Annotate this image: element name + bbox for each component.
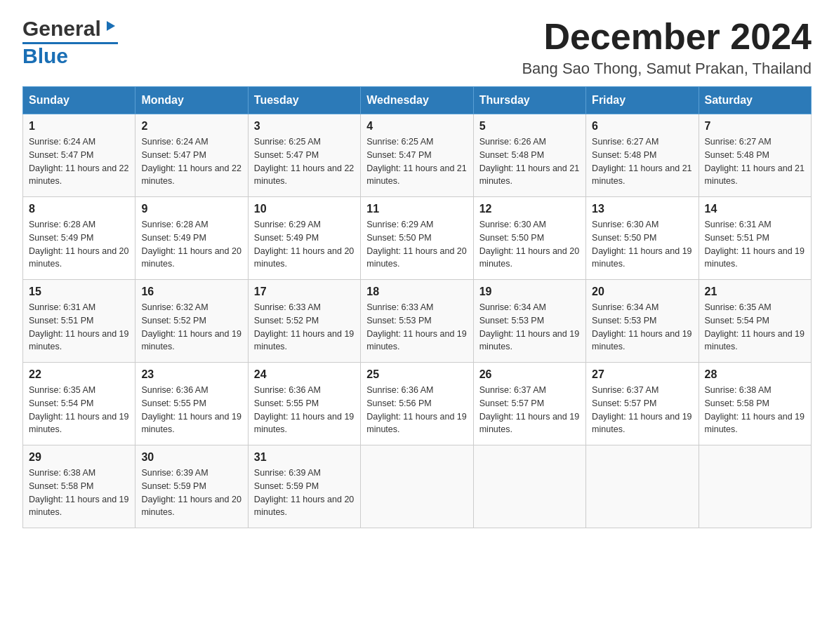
calendar-day-cell: 23 Sunrise: 6:36 AM Sunset: 5:55 PM Dayl…	[135, 363, 248, 445]
logo-blue-text: Blue	[22, 44, 68, 67]
day-info: Sunrise: 6:24 AM Sunset: 5:47 PM Dayligh…	[141, 135, 241, 188]
day-number: 18	[366, 286, 467, 298]
calendar-day-cell: 16 Sunrise: 6:32 AM Sunset: 5:52 PM Dayl…	[135, 280, 248, 363]
day-info: Sunrise: 6:36 AM Sunset: 5:56 PM Dayligh…	[366, 384, 467, 436]
day-info: Sunrise: 6:26 AM Sunset: 5:48 PM Dayligh…	[479, 135, 580, 188]
calendar-day-cell: 17 Sunrise: 6:33 AM Sunset: 5:52 PM Dayl…	[248, 280, 360, 363]
calendar-week-row: 22 Sunrise: 6:35 AM Sunset: 5:54 PM Dayl…	[23, 363, 812, 445]
day-number: 31	[254, 451, 355, 464]
day-number: 24	[254, 368, 355, 381]
day-number: 15	[29, 286, 129, 298]
day-info: Sunrise: 6:27 AM Sunset: 5:48 PM Dayligh…	[592, 135, 692, 188]
day-number: 22	[29, 368, 129, 381]
location-subtitle: Bang Sao Thong, Samut Prakan, Thailand	[522, 60, 812, 78]
day-info: Sunrise: 6:28 AM Sunset: 5:49 PM Dayligh…	[141, 218, 241, 271]
calendar-day-cell: 18 Sunrise: 6:33 AM Sunset: 5:53 PM Dayl…	[361, 280, 473, 363]
calendar-day-cell: 21 Sunrise: 6:35 AM Sunset: 5:54 PM Dayl…	[699, 280, 811, 363]
calendar-day-cell: 22 Sunrise: 6:35 AM Sunset: 5:54 PM Dayl…	[23, 363, 135, 445]
calendar-day-cell: 25 Sunrise: 6:36 AM Sunset: 5:56 PM Dayl…	[361, 363, 473, 445]
calendar-day-cell: 3 Sunrise: 6:25 AM Sunset: 5:47 PM Dayli…	[248, 114, 360, 197]
calendar-day-cell: 28 Sunrise: 6:38 AM Sunset: 5:58 PM Dayl…	[699, 363, 811, 445]
logo: General Blue	[22, 17, 118, 68]
day-info: Sunrise: 6:36 AM Sunset: 5:55 PM Dayligh…	[141, 384, 241, 436]
calendar-day-cell: 30 Sunrise: 6:39 AM Sunset: 5:59 PM Dayl…	[135, 445, 248, 528]
weekday-header-saturday: Saturday	[699, 87, 811, 114]
day-number: 25	[366, 368, 467, 381]
day-info: Sunrise: 6:37 AM Sunset: 5:57 PM Dayligh…	[592, 384, 692, 436]
weekday-header-monday: Monday	[135, 87, 248, 114]
calendar-day-cell: 1 Sunrise: 6:24 AM Sunset: 5:47 PM Dayli…	[23, 114, 135, 197]
title-area: December 2024 Bang Sao Thong, Samut Prak…	[522, 17, 812, 78]
calendar-day-cell: 9 Sunrise: 6:28 AM Sunset: 5:49 PM Dayli…	[135, 197, 248, 280]
day-number: 14	[705, 203, 805, 215]
page-header: General Blue December 2024 Bang Sao Thon…	[22, 17, 812, 78]
calendar-day-cell: 19 Sunrise: 6:34 AM Sunset: 5:53 PM Dayl…	[473, 280, 585, 363]
day-number: 13	[592, 203, 692, 215]
weekday-header-wednesday: Wednesday	[361, 87, 473, 114]
logo-arrow-icon	[102, 18, 118, 36]
calendar-week-row: 8 Sunrise: 6:28 AM Sunset: 5:49 PM Dayli…	[23, 197, 812, 280]
day-number: 7	[705, 120, 805, 133]
calendar-day-cell: 12 Sunrise: 6:30 AM Sunset: 5:50 PM Dayl…	[473, 197, 585, 280]
day-number: 9	[141, 203, 241, 215]
svg-marker-0	[107, 21, 115, 31]
weekday-header-thursday: Thursday	[473, 87, 585, 114]
day-number: 23	[141, 368, 241, 381]
day-info: Sunrise: 6:38 AM Sunset: 5:58 PM Dayligh…	[29, 467, 129, 519]
day-number: 4	[366, 120, 467, 133]
calendar-day-cell	[473, 445, 585, 528]
day-number: 27	[592, 368, 692, 381]
day-info: Sunrise: 6:33 AM Sunset: 5:52 PM Dayligh…	[254, 301, 355, 354]
day-info: Sunrise: 6:34 AM Sunset: 5:53 PM Dayligh…	[479, 301, 580, 354]
day-info: Sunrise: 6:25 AM Sunset: 5:47 PM Dayligh…	[366, 135, 467, 188]
day-number: 8	[29, 203, 129, 215]
day-number: 10	[254, 203, 355, 215]
day-number: 17	[254, 286, 355, 298]
day-number: 16	[141, 286, 241, 298]
day-number: 21	[705, 286, 805, 298]
calendar-day-cell: 26 Sunrise: 6:37 AM Sunset: 5:57 PM Dayl…	[473, 363, 585, 445]
calendar-day-cell: 11 Sunrise: 6:29 AM Sunset: 5:50 PM Dayl…	[361, 197, 473, 280]
day-number: 5	[479, 120, 580, 133]
day-info: Sunrise: 6:35 AM Sunset: 5:54 PM Dayligh…	[29, 384, 129, 436]
calendar-day-cell	[586, 445, 699, 528]
day-info: Sunrise: 6:36 AM Sunset: 5:55 PM Dayligh…	[254, 384, 355, 436]
day-info: Sunrise: 6:31 AM Sunset: 5:51 PM Dayligh…	[705, 218, 805, 271]
day-info: Sunrise: 6:30 AM Sunset: 5:50 PM Dayligh…	[592, 218, 692, 271]
day-info: Sunrise: 6:29 AM Sunset: 5:49 PM Dayligh…	[254, 218, 355, 271]
calendar-day-cell: 2 Sunrise: 6:24 AM Sunset: 5:47 PM Dayli…	[135, 114, 248, 197]
day-info: Sunrise: 6:33 AM Sunset: 5:53 PM Dayligh…	[366, 301, 467, 354]
calendar-day-cell: 29 Sunrise: 6:38 AM Sunset: 5:58 PM Dayl…	[23, 445, 135, 528]
day-number: 11	[366, 203, 467, 215]
calendar-day-cell: 8 Sunrise: 6:28 AM Sunset: 5:49 PM Dayli…	[23, 197, 135, 280]
day-number: 30	[141, 451, 241, 464]
day-info: Sunrise: 6:34 AM Sunset: 5:53 PM Dayligh…	[592, 301, 692, 354]
weekday-header-sunday: Sunday	[23, 87, 135, 114]
day-info: Sunrise: 6:27 AM Sunset: 5:48 PM Dayligh…	[705, 135, 805, 188]
calendar-table: SundayMondayTuesdayWednesdayThursdayFrid…	[22, 86, 812, 528]
calendar-day-cell: 13 Sunrise: 6:30 AM Sunset: 5:50 PM Dayl…	[586, 197, 699, 280]
day-info: Sunrise: 6:38 AM Sunset: 5:58 PM Dayligh…	[705, 384, 805, 436]
calendar-week-row: 15 Sunrise: 6:31 AM Sunset: 5:51 PM Dayl…	[23, 280, 812, 363]
day-number: 26	[479, 368, 580, 381]
day-info: Sunrise: 6:25 AM Sunset: 5:47 PM Dayligh…	[254, 135, 355, 188]
day-info: Sunrise: 6:30 AM Sunset: 5:50 PM Dayligh…	[479, 218, 580, 271]
calendar-day-cell: 14 Sunrise: 6:31 AM Sunset: 5:51 PM Dayl…	[699, 197, 811, 280]
day-info: Sunrise: 6:28 AM Sunset: 5:49 PM Dayligh…	[29, 218, 129, 271]
calendar-day-cell: 7 Sunrise: 6:27 AM Sunset: 5:48 PM Dayli…	[699, 114, 811, 197]
day-number: 2	[141, 120, 241, 133]
calendar-day-cell: 31 Sunrise: 6:39 AM Sunset: 5:59 PM Dayl…	[248, 445, 360, 528]
day-number: 6	[592, 120, 692, 133]
day-number: 19	[479, 286, 580, 298]
weekday-header-tuesday: Tuesday	[248, 87, 360, 114]
logo-general-text: General	[22, 17, 101, 41]
calendar-day-cell: 10 Sunrise: 6:29 AM Sunset: 5:49 PM Dayl…	[248, 197, 360, 280]
day-info: Sunrise: 6:31 AM Sunset: 5:51 PM Dayligh…	[29, 301, 129, 354]
day-number: 3	[254, 120, 355, 133]
day-info: Sunrise: 6:39 AM Sunset: 5:59 PM Dayligh…	[254, 467, 355, 519]
calendar-day-cell	[361, 445, 473, 528]
day-info: Sunrise: 6:32 AM Sunset: 5:52 PM Dayligh…	[141, 301, 241, 354]
calendar-week-row: 29 Sunrise: 6:38 AM Sunset: 5:58 PM Dayl…	[23, 445, 812, 528]
day-number: 29	[29, 451, 129, 464]
calendar-day-cell: 20 Sunrise: 6:34 AM Sunset: 5:53 PM Dayl…	[586, 280, 699, 363]
